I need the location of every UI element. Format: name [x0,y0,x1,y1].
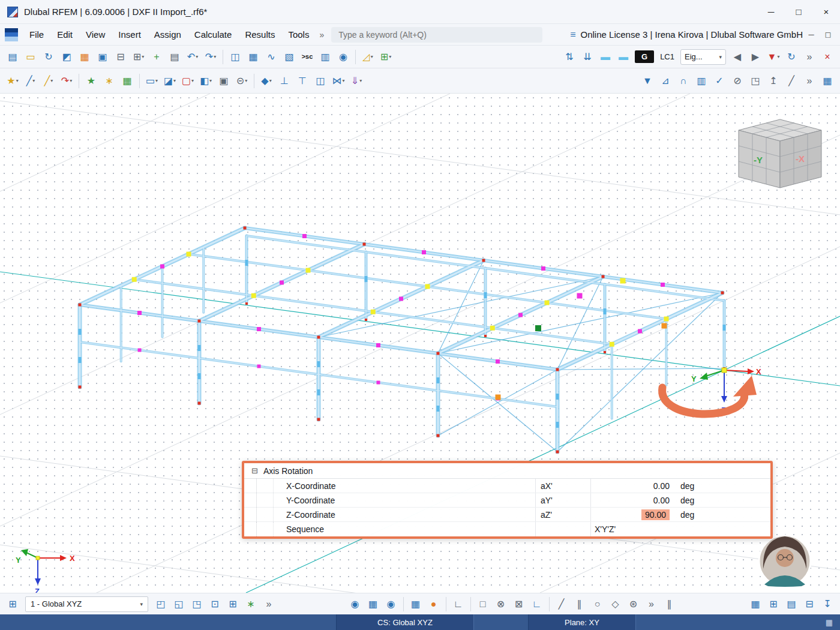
row-value[interactable]: X'Y'Z' [590,522,674,536]
swatch-b-button[interactable]: ▬ [616,49,631,65]
rotate-view-button[interactable]: ↻ [784,49,799,65]
undo-button[interactable]: ↶▾ [185,49,200,65]
table-rows-button[interactable]: ▤ [784,596,799,613]
guide-circle-button[interactable]: ○ [590,596,605,613]
insert-node-button[interactable]: ★▾ [5,73,20,89]
snap-4-button[interactable]: ▦ [408,596,424,613]
chevron-down-icon[interactable]: ▾ [140,601,143,607]
ortho-button[interactable]: ∟ [451,596,466,613]
minimize-button[interactable]: ─ [757,0,785,23]
table-show-button[interactable]: ▦ [748,596,763,613]
render-button[interactable]: ◩ [59,49,74,65]
snap-lock-button[interactable]: ● [426,596,442,613]
insert-member-button[interactable]: ╱▾ [41,73,56,89]
load-button[interactable]: ⇓▾ [349,73,364,89]
table-new-button[interactable]: ⊞ [766,596,781,613]
guide-hatch-button[interactable]: ∥ [662,596,677,613]
dropdown-caret-icon[interactable]: ▾ [70,78,72,83]
guide-polygon-button[interactable]: ◇ [608,596,623,613]
dropdown-caret-icon[interactable]: ▾ [155,78,158,83]
dropdown-caret-icon[interactable]: ▾ [50,78,53,83]
status-grip-icon[interactable]: ▦ [818,614,840,630]
workspace-minimize-icon[interactable]: ─ [803,30,820,39]
redo-button[interactable]: ↷▾ [203,49,218,65]
guide-line-button[interactable]: ╱ [554,596,569,613]
node-on-line-button[interactable]: ★ [83,73,99,89]
more-tools-button[interactable]: » [802,73,817,89]
notes-button[interactable]: ▤ [167,49,182,65]
add-note-button[interactable]: + [149,49,164,65]
select-circle-button[interactable]: ⊗ [493,596,509,613]
open-model-button[interactable]: ▭ [23,49,38,65]
guide-more-button[interactable]: » [644,596,659,613]
row-value[interactable]: 90.00 [590,508,674,521]
menu-tools[interactable]: Tools [281,24,316,45]
guide-star-button[interactable]: ⊛ [626,596,641,613]
section-line-button[interactable]: ╱ [784,73,799,89]
model-viewport[interactable]: X Y Z [0,94,840,593]
menu-file[interactable]: File [23,24,50,45]
dropdown-caret-icon[interactable]: ▾ [342,78,344,83]
nodal-support-button[interactable]: ◆▾ [259,73,274,89]
coordinate-system-select[interactable]: 1 - Global XYZ▾ [25,596,148,612]
graphic-print-button[interactable]: ▦ [77,49,92,65]
next-loadcase-button[interactable]: ▶ [748,49,763,65]
results-filter-button[interactable]: ▼ [640,73,655,89]
save-button[interactable]: ▣ [95,49,110,65]
menu-overflow-icon[interactable]: » [316,30,328,40]
status-work-plane[interactable]: Plane: XY [528,614,636,630]
insert-surface-button[interactable]: ▭▾ [144,73,160,89]
menu-view[interactable]: View [79,24,112,45]
dock-button[interactable]: ↧ [820,596,835,613]
maximize-button[interactable]: □ [785,0,812,23]
menu-edit[interactable]: Edit [50,24,79,45]
new-model-button[interactable]: ▤ [5,49,20,65]
dropdown-caret-icon[interactable]: ▾ [196,54,198,59]
dimensions-button[interactable]: ⊞▾ [378,49,394,65]
structure-members[interactable] [80,228,724,452]
results-diagram-button[interactable]: ⊿ [658,73,673,89]
close-button[interactable]: × [812,0,840,23]
insert-opening-button[interactable]: ▢▾ [180,73,196,89]
report-button[interactable]: ▧ [281,49,297,65]
menu-results[interactable]: Results [238,24,281,45]
print-button[interactable]: ⊟ [113,49,128,65]
menu-calculate[interactable]: Calculate [188,24,239,45]
axis-rotation-header[interactable]: ⊟ Axis Rotation [244,463,770,479]
snap-2-button[interactable]: ▦ [365,596,381,613]
dropdown-caret-icon[interactable]: ▾ [209,78,212,83]
slope-button[interactable]: ◿▾ [360,49,376,65]
insert-arc-button[interactable]: ↷▾ [59,73,74,89]
g-chip-button[interactable]: G [635,50,654,63]
status-coordinate-system[interactable]: CS: Global XYZ [336,614,474,630]
dropdown-caret-icon[interactable]: ▾ [32,78,35,83]
dropdown-caret-icon[interactable]: ▾ [269,78,272,83]
select-special-button[interactable]: ⊠ [511,596,527,613]
more-left-button[interactable]: » [261,596,277,613]
loadcase-combo[interactable]: Eig...▾ [680,49,726,65]
member-hinge-button[interactable]: ⊥ [277,73,292,89]
dropdown-caret-icon[interactable]: ▾ [777,54,779,59]
multi-nodes-button[interactable]: ∗ [101,73,117,89]
dropdown-caret-icon[interactable]: ▾ [214,54,216,59]
cube-face-label-x[interactable]: -X [796,154,805,164]
snap-points-button[interactable]: ∗ [243,596,259,613]
grid-settings-button[interactable]: ⊞ [225,596,241,613]
tables-button[interactable]: ▦ [245,49,261,65]
filter-button[interactable]: ▼▾ [766,49,781,65]
workspace-restore-icon[interactable]: ◻ [820,30,836,39]
cs-manager-button[interactable]: ⊞ [5,596,20,613]
spheres-button[interactable]: ◉ [335,49,351,65]
print-options-button[interactable]: ⊞▾ [131,49,146,65]
node-grid-button[interactable]: ▦ [119,73,135,89]
bracing-members[interactable] [319,260,724,452]
select-rect-button[interactable]: □ [475,596,491,613]
dropdown-caret-icon[interactable]: ▾ [371,54,373,59]
previous-loadcase-button[interactable]: ◀ [730,49,745,65]
check-button[interactable]: ✓ [712,73,727,89]
table-collapse-button[interactable]: ⊟ [802,596,817,613]
sync-button[interactable]: ↻ [41,49,56,65]
insert-solid-button[interactable]: ◧▾ [198,73,214,89]
printout-report-button[interactable]: ▥ [317,49,333,65]
search-input[interactable] [337,29,536,40]
